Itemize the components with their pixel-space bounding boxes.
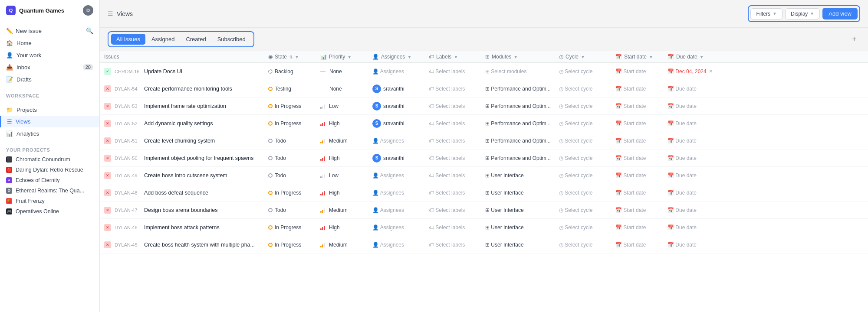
col-labels-header[interactable]: 🏷 Labels ▼ xyxy=(425,54,482,60)
issue-title[interactable]: Create level chunking system xyxy=(144,138,215,144)
duedate-cell[interactable]: 📅 Due date xyxy=(664,86,720,92)
modules-cell[interactable]: ⊞ User Interface xyxy=(482,172,556,179)
sidebar-item-drafts[interactable]: 📝 Drafts xyxy=(0,73,99,85)
col-priority-header[interactable]: 📊 Priority ▼ xyxy=(317,54,369,60)
cycle-cell[interactable]: ◷ Select cycle xyxy=(556,242,612,248)
assignees-cell[interactable]: S sravanthi xyxy=(369,102,425,110)
table-row[interactable]: ✕ DYLAN-52 Add dynamic quality settings … xyxy=(100,115,868,132)
project-item-operatives[interactable]: 🎮 Operatives Online xyxy=(0,206,99,217)
issue-title[interactable]: Create boss intro cutscene system xyxy=(144,172,227,179)
issue-title[interactable]: Implement boss attack patterns xyxy=(144,224,220,231)
modules-cell[interactable]: ⊞ User Interface xyxy=(482,190,556,196)
duedate-cell[interactable]: 📅 Due date xyxy=(664,103,720,109)
priority-cell[interactable]: High xyxy=(317,120,369,127)
state-cell[interactable]: Testing xyxy=(265,86,317,92)
filters-button[interactable]: Filters ▼ xyxy=(750,8,783,20)
priority-cell[interactable]: High xyxy=(317,224,369,231)
state-cell[interactable]: Todo xyxy=(265,207,317,213)
assignees-cell[interactable]: 👤 Assignees xyxy=(369,190,425,196)
priority-cell[interactable]: Medium xyxy=(317,138,369,144)
startdate-cell[interactable]: 📅 Start date xyxy=(612,86,664,92)
duedate-cell[interactable]: 📅 Due date xyxy=(664,190,720,196)
assignees-cell[interactable]: S sravanthi xyxy=(369,154,425,162)
project-item-chromatic[interactable]: ⬛ Chromatic Conundrum xyxy=(0,154,99,165)
assignees-cell[interactable]: S sravanthi xyxy=(369,84,425,93)
col-startdate-header[interactable]: 📅 Start date ▼ xyxy=(612,54,664,60)
cycle-cell[interactable]: ◷ Select cycle xyxy=(556,120,612,127)
issue-title[interactable]: Implement frame rate optimization xyxy=(144,103,226,109)
cycle-cell[interactable]: ◷ Select cycle xyxy=(556,68,612,75)
labels-cell[interactable]: 🏷 Select labels xyxy=(425,103,482,109)
issue-title[interactable]: Update Docs UI xyxy=(144,68,182,75)
col-modules-header[interactable]: ⊞ Modules ▼ xyxy=(482,54,556,60)
labels-cell[interactable]: 🏷 Select labels xyxy=(425,172,482,179)
sidebar-item-analytics[interactable]: 📊 Analytics xyxy=(0,127,99,140)
state-cell[interactable]: In Progress xyxy=(265,190,317,196)
labels-cell[interactable]: 🏷 Select labels xyxy=(425,86,482,92)
modules-cell[interactable]: ⊞ Performance and Optim... xyxy=(482,120,556,127)
issue-title[interactable]: Add dynamic quality settings xyxy=(144,120,213,127)
state-cell[interactable]: Todo xyxy=(265,138,317,144)
labels-cell[interactable]: 🏷 Select labels xyxy=(425,138,482,144)
table-row[interactable]: ✕ DYLAN-53 Implement frame rate optimiza… xyxy=(100,98,868,115)
duedate-cell[interactable]: 📅 Due date xyxy=(664,207,720,213)
sidebar-item-projects[interactable]: 📁 Projects xyxy=(0,104,99,116)
duedate-cell[interactable]: 📅 Due date xyxy=(664,224,720,231)
table-row[interactable]: ✕ DYLAN-51 Create level chunking system … xyxy=(100,132,868,150)
duedate-cell[interactable]: 📅 Due date xyxy=(664,120,720,127)
table-row[interactable]: ✕ DYLAN-50 Implement object pooling for … xyxy=(100,150,868,167)
assignees-cell[interactable]: 👤 Assignees xyxy=(369,138,425,144)
assignees-cell[interactable]: 👤 Assignees xyxy=(369,242,425,248)
table-row[interactable]: ✓ CHROM-16 Update Docs UI Backlog — None… xyxy=(100,63,868,80)
display-button[interactable]: Display ▼ xyxy=(785,8,820,20)
modules-cell[interactable]: ⊞ Performance and Optim... xyxy=(482,86,556,92)
modules-cell[interactable]: ⊞ Performance and Optim... xyxy=(482,155,556,161)
startdate-cell[interactable]: 📅 Start date xyxy=(612,224,664,231)
state-cell[interactable]: Todo xyxy=(265,155,317,161)
table-row[interactable]: ✕ DYLAN-47 Design boss arena boundaries … xyxy=(100,202,868,219)
project-item-echoes[interactable]: ✦ Echoes of Eternity xyxy=(0,175,99,185)
cycle-cell[interactable]: ◷ Select cycle xyxy=(556,103,612,109)
issue-title[interactable]: Add boss defeat sequence xyxy=(144,190,208,196)
startdate-cell[interactable]: 📅 Start date xyxy=(612,155,664,161)
state-cell[interactable]: In Progress xyxy=(265,224,317,231)
table-row[interactable]: ✕ DYLAN-54 Create performance monitoring… xyxy=(100,80,868,98)
tab-all-issues[interactable]: All issues xyxy=(111,34,145,45)
modules-cell[interactable]: ⊞ Performance and Optim... xyxy=(482,138,556,144)
labels-cell[interactable]: 🏷 Select labels xyxy=(425,224,482,231)
tab-created[interactable]: Created xyxy=(181,34,211,45)
search-icon[interactable]: 🔍 xyxy=(86,27,93,34)
table-row[interactable]: ✕ DYLAN-45 Create boss health system wit… xyxy=(100,236,868,254)
project-item-ethereal[interactable]: ⚙ Ethereal Realms: The Qua... xyxy=(0,185,99,196)
table-row[interactable]: ✕ DYLAN-46 Implement boss attack pattern… xyxy=(100,219,868,236)
assignees-cell[interactable]: 👤 Assignees xyxy=(369,207,425,213)
add-tab-button[interactable]: + xyxy=(848,33,860,46)
labels-cell[interactable]: 🏷 Select labels xyxy=(425,155,482,161)
modules-cell[interactable]: ⊞ User Interface xyxy=(482,207,556,213)
col-duedate-header[interactable]: 📅 Due date ▼ xyxy=(664,54,720,60)
state-cell[interactable]: In Progress xyxy=(265,242,317,248)
assignees-cell[interactable]: 👤 Assignees xyxy=(369,172,425,179)
startdate-cell[interactable]: 📅 Start date xyxy=(612,120,664,127)
priority-cell[interactable]: Low xyxy=(317,172,369,179)
col-assignees-header[interactable]: 👤 Assignees ▼ xyxy=(369,54,425,60)
modules-cell[interactable]: ⊞ User Interface xyxy=(482,242,556,248)
sidebar-item-inbox[interactable]: 📥 Inbox 20 xyxy=(0,61,99,73)
labels-cell[interactable]: 🏷 Select labels xyxy=(425,207,482,213)
add-view-button[interactable]: Add view xyxy=(822,8,858,20)
cycle-cell[interactable]: ◷ Select cycle xyxy=(556,155,612,161)
tab-subscribed[interactable]: Subscribed xyxy=(212,34,251,45)
startdate-cell[interactable]: 📅 Start date xyxy=(612,68,664,75)
priority-cell[interactable]: Low xyxy=(317,103,369,109)
state-cell[interactable]: In Progress xyxy=(265,103,317,109)
priority-cell[interactable]: Medium xyxy=(317,242,369,248)
issue-title[interactable]: Design boss arena boundaries xyxy=(144,207,218,213)
duedate-cell[interactable]: 📅 Due date xyxy=(664,138,720,144)
new-issue-button[interactable]: ✏️ New issue 🔍 xyxy=(0,25,99,37)
startdate-cell[interactable]: 📅 Start date xyxy=(612,242,664,248)
modules-cell[interactable]: ⊞ User Interface xyxy=(482,224,556,231)
priority-cell[interactable]: — None xyxy=(317,86,369,92)
tab-assigned[interactable]: Assigned xyxy=(146,34,180,45)
priority-cell[interactable]: High xyxy=(317,190,369,196)
priority-cell[interactable]: High xyxy=(317,155,369,161)
